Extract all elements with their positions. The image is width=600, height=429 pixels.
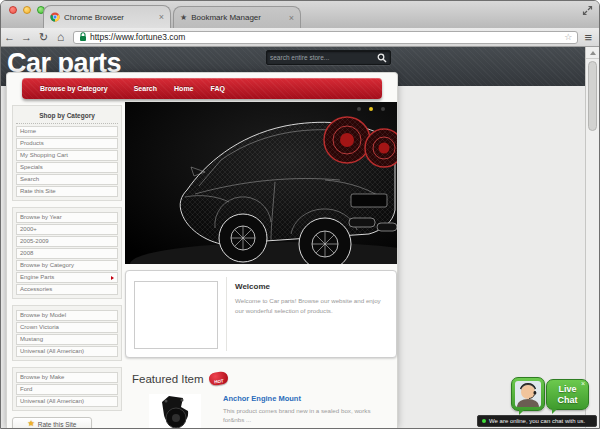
- site-container: Browse by Category Search Home FAQ Shop …: [6, 72, 398, 428]
- main-nav: Browse by Category Search Home FAQ: [22, 78, 382, 99]
- sidebar-item-specials[interactable]: Specials: [16, 162, 118, 173]
- back-button[interactable]: ←: [1, 29, 18, 46]
- fullscreen-icon[interactable]: [582, 5, 593, 16]
- bookmark-page-icon[interactable]: ☆: [564, 32, 572, 42]
- tab-label: Chrome Browser: [64, 13, 155, 22]
- browser-toolbar: ← → ↻ ⌂ https://www.fortune3.com ☆ ≡: [1, 28, 599, 47]
- featured-header: Featured Item HOT: [125, 372, 397, 385]
- store-search-input[interactable]: [270, 54, 377, 61]
- browser-window: Chrome Browser × ★ Bookmark Manager × ← …: [0, 0, 600, 429]
- hot-badge-label: HOT: [213, 378, 223, 385]
- address-bar[interactable]: https://www.fortune3.com ☆: [73, 31, 578, 44]
- chat-agent-photo: [515, 381, 541, 407]
- tab-bar: Chrome Browser × ★ Bookmark Manager ×: [1, 1, 599, 28]
- main-content: Welcome Welcome to Car parts! Browse our…: [125, 102, 397, 428]
- carousel-dot-1[interactable]: [357, 107, 361, 111]
- sidebar-browse-by-year[interactable]: Browse by Year: [16, 212, 118, 223]
- hero-banner: [125, 102, 397, 264]
- live-chat-button[interactable]: × Live Chat: [546, 379, 589, 410]
- store-search-box: [266, 50, 391, 65]
- sidebar: Shop by Category Home Products My Shoppi…: [12, 105, 122, 428]
- carousel-dot-2-active[interactable]: [369, 107, 373, 111]
- product-description: This product comes brand new in a sealed…: [223, 407, 375, 424]
- wireframe-car-image: [125, 102, 397, 264]
- window-close-button[interactable]: [9, 6, 17, 14]
- tab-close-icon[interactable]: ×: [289, 14, 294, 22]
- featured-title: Featured Item: [132, 373, 204, 385]
- bookmark-star-icon: ★: [180, 14, 187, 22]
- divider: [226, 277, 227, 351]
- sidebar-item-home[interactable]: Home: [16, 126, 118, 137]
- welcome-body: Welcome to Car parts! Browse our website…: [235, 296, 386, 315]
- sidebar-accessories[interactable]: Accessories: [16, 284, 118, 295]
- home-button[interactable]: ⌂: [52, 29, 69, 46]
- chat-close-icon[interactable]: ×: [581, 380, 585, 387]
- sidebar-year-2005-2009[interactable]: 2005-2009: [16, 236, 118, 247]
- scroll-up-button[interactable]: [586, 47, 599, 59]
- sidebar-item-search[interactable]: Search: [16, 174, 118, 185]
- https-lock-icon: [79, 32, 87, 42]
- tab-bookmark-manager[interactable]: ★ Bookmark Manager ×: [173, 6, 301, 28]
- sidebar-universal-make[interactable]: Universal (All American): [16, 396, 118, 407]
- nav-search[interactable]: Search: [134, 85, 157, 92]
- sidebar-browse-by-make[interactable]: Browse by Make: [16, 372, 118, 383]
- carousel-dot-3[interactable]: [381, 107, 385, 111]
- nav-browse-by-category[interactable]: Browse by Category: [40, 85, 108, 92]
- browse-by-model-box: Browse by Model Crown Victoria Mustang U…: [12, 305, 122, 361]
- live-chat-label: Live Chat: [555, 384, 581, 405]
- active-category-marker-icon: [111, 276, 114, 280]
- shop-by-category-box: Shop by Category Home Products My Shoppi…: [12, 105, 122, 201]
- scrollbar-thumb[interactable]: [588, 61, 597, 131]
- chat-status-bar[interactable]: We are online, you can chat with us.: [477, 415, 597, 427]
- window-minimize-button[interactable]: [23, 6, 31, 14]
- carousel-dots: [357, 107, 385, 111]
- sidebar-browse-by-category[interactable]: Browse by Category: [16, 260, 118, 271]
- sidebar-item-products[interactable]: Products: [16, 138, 118, 149]
- tab-label: Bookmark Manager: [191, 13, 285, 22]
- product-info: Anchor Engine Mount This product comes b…: [223, 394, 375, 428]
- sidebar-item-cart[interactable]: My Shopping Cart: [16, 150, 118, 161]
- star-icon: ★: [28, 420, 35, 428]
- page-scrollbar[interactable]: [585, 47, 599, 428]
- chat-agent-bubble[interactable]: [511, 377, 545, 411]
- window-controls: [9, 6, 45, 14]
- online-dot-icon: [482, 419, 486, 423]
- sidebar-browse-by-model[interactable]: Browse by Model: [16, 310, 118, 321]
- nav-faq[interactable]: FAQ: [211, 85, 225, 92]
- rate-this-site-button[interactable]: ★ Rate this Site: [12, 417, 92, 429]
- reload-button[interactable]: ↻: [35, 29, 52, 46]
- chat-status-text: We are online, you can chat with us.: [489, 418, 585, 424]
- featured-item-section: Featured Item HOT: [125, 372, 397, 428]
- page-viewport: Car parts Browse by Category Search Home…: [1, 47, 599, 428]
- welcome-text-block: Welcome Welcome to Car parts! Browse our…: [235, 282, 386, 315]
- sidebar-engine-parts[interactable]: Engine Parts: [16, 272, 118, 283]
- sidebar-year-2000[interactable]: 2000+: [16, 224, 118, 235]
- browse-by-make-box: Browse by Make Ford Universal (All Ameri…: [12, 367, 122, 411]
- welcome-section: Welcome Welcome to Car parts! Browse our…: [125, 270, 397, 358]
- sidebar-crown-victoria[interactable]: Crown Victoria: [16, 322, 118, 333]
- hot-badge-icon: HOT: [208, 371, 229, 387]
- sidebar-item-label: Engine Parts: [20, 274, 54, 280]
- sidebar-universal-model[interactable]: Universal (All American): [16, 346, 118, 357]
- scroll-up-arrow-icon: [590, 51, 596, 55]
- forward-button[interactable]: →: [18, 29, 35, 46]
- chrome-icon: [50, 12, 60, 22]
- sidebar-item-rate[interactable]: Rate this Site: [16, 186, 118, 197]
- product-name-link[interactable]: Anchor Engine Mount: [223, 394, 375, 403]
- welcome-image-placeholder: [134, 281, 218, 349]
- nav-home[interactable]: Home: [174, 85, 193, 92]
- shop-by-category-title: Shop by Category: [16, 109, 118, 124]
- search-icon[interactable]: [377, 53, 387, 63]
- sidebar-mustang[interactable]: Mustang: [16, 334, 118, 345]
- tab-close-icon[interactable]: ×: [159, 13, 164, 21]
- rate-button-label: Rate this Site: [38, 421, 77, 428]
- sidebar-ford[interactable]: Ford: [16, 384, 118, 395]
- browse-filters-box: Browse by Year 2000+ 2005-2009 2008 Brow…: [12, 207, 122, 299]
- welcome-title: Welcome: [235, 282, 386, 291]
- featured-product: Anchor Engine Mount This product comes b…: [125, 394, 397, 428]
- tab-chrome-browser[interactable]: Chrome Browser ×: [43, 5, 171, 28]
- sidebar-year-2008[interactable]: 2008: [16, 248, 118, 259]
- url-text: https://www.fortune3.com: [90, 32, 561, 42]
- chrome-menu-icon[interactable]: ≡: [584, 30, 591, 45]
- product-thumbnail[interactable]: [149, 394, 201, 428]
